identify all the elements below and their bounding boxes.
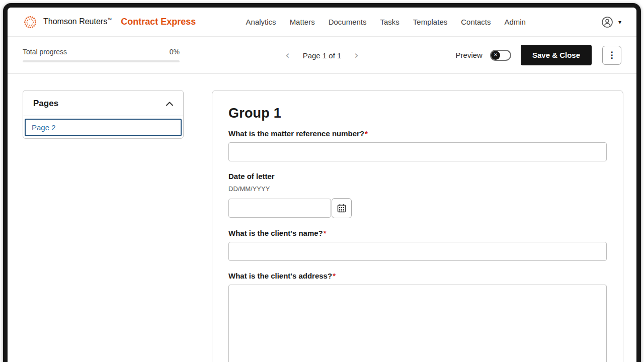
calendar-picker-button[interactable] <box>332 198 352 218</box>
more-options-button[interactable]: ⋮ <box>602 46 621 65</box>
page-pagination: ‹ Page 1 of 1 › <box>285 50 359 60</box>
questionnaire-content: Pages Page 2 Group 1 What is the matter … <box>8 74 636 362</box>
pages-panel-title: Pages <box>33 99 58 109</box>
client-address-textarea[interactable] <box>228 285 607 362</box>
user-avatar-icon <box>601 16 613 28</box>
nav-item-templates[interactable]: Templates <box>413 18 447 26</box>
nav-item-matters[interactable]: Matters <box>290 18 315 26</box>
date-of-letter-input[interactable] <box>228 199 331 218</box>
nav-item-admin[interactable]: Admin <box>504 18 526 26</box>
app-window: Thomson Reuters™ Contract Express Analyt… <box>3 3 641 362</box>
questionnaire-toolbar: Total progress 0% ‹ Page 1 of 1 › Previe… <box>8 37 636 74</box>
field-client-address: What is the client's address?* <box>228 272 607 362</box>
save-close-button[interactable]: Save & Close <box>521 45 592 65</box>
question-label: What is the client's address?* <box>228 272 607 280</box>
required-marker: * <box>365 129 368 138</box>
question-label: What is the client's name?* <box>228 229 607 237</box>
nav-item-contacts[interactable]: Contacts <box>461 18 491 26</box>
page-indicator: Page 1 of 1 <box>303 51 342 59</box>
progress-label: Total progress <box>23 48 67 56</box>
matter-reference-input[interactable] <box>228 142 607 161</box>
brand-name: Thomson Reuters™ <box>43 17 112 26</box>
sidebar-item-page-2[interactable]: Page 2 <box>25 119 182 136</box>
group-title: Group 1 <box>228 106 607 121</box>
progress-value: 0% <box>170 48 180 56</box>
brand-logo[interactable]: Thomson Reuters™ Contract Express <box>23 15 196 30</box>
top-navigation-bar: Thomson Reuters™ Contract Express Analyt… <box>8 8 636 37</box>
main-nav: Analytics Matters Documents Tasks Templa… <box>246 18 526 26</box>
calendar-icon <box>337 204 346 213</box>
required-marker: * <box>324 229 327 237</box>
progress-bar <box>23 60 180 62</box>
thomson-reuters-kinesis-icon <box>23 15 38 30</box>
field-date-of-letter: Date of letter DD/MM/YYYY <box>228 172 607 218</box>
date-format-hint: DD/MM/YYYY <box>228 185 607 193</box>
pages-panel-header[interactable]: Pages <box>23 90 183 116</box>
field-client-name: What is the client's name?* <box>228 229 607 261</box>
required-marker: * <box>333 272 336 280</box>
field-matter-reference: What is the matter reference number?* <box>228 129 607 161</box>
question-group-card: Group 1 What is the matter reference num… <box>212 90 623 362</box>
total-progress: Total progress 0% <box>23 48 180 62</box>
account-menu-button[interactable]: ▾ <box>601 16 621 28</box>
nav-item-tasks[interactable]: Tasks <box>380 18 399 26</box>
chevron-down-icon: ▾ <box>618 19 621 26</box>
question-label: What is the matter reference number?* <box>228 129 607 138</box>
product-name: Contract Express <box>121 17 196 27</box>
nav-item-analytics[interactable]: Analytics <box>246 18 276 26</box>
toolbar-actions: Preview ✕ Save & Close ⋮ <box>456 45 621 65</box>
kebab-icon: ⋮ <box>608 50 616 60</box>
preview-toggle[interactable]: ✕ <box>490 50 511 61</box>
question-label: Date of letter <box>228 172 607 180</box>
previous-page-icon[interactable]: ‹ <box>285 50 289 60</box>
chevron-up-icon <box>166 102 173 106</box>
nav-item-documents[interactable]: Documents <box>329 18 367 26</box>
next-page-icon[interactable]: › <box>354 50 358 60</box>
client-name-input[interactable] <box>228 242 607 261</box>
trademark-symbol: ™ <box>107 17 112 22</box>
pages-panel: Pages Page 2 <box>23 90 184 139</box>
toggle-off-icon: ✕ <box>491 51 500 60</box>
preview-label: Preview <box>456 51 482 59</box>
